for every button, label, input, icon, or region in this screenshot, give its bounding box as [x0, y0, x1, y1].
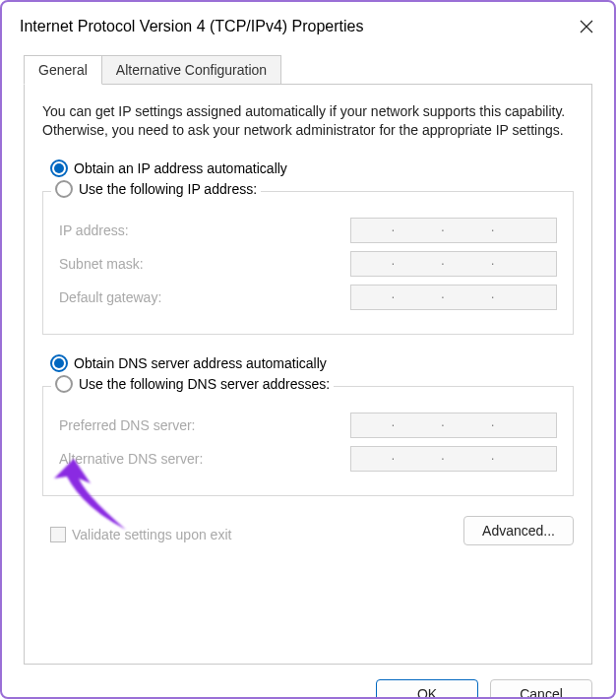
cancel-button[interactable]: Cancel [490, 679, 592, 699]
gateway-input[interactable]: . . . [350, 285, 557, 310]
preferred-dns-input[interactable]: . . . [350, 413, 557, 438]
gateway-label: Default gateway: [59, 289, 161, 305]
ip-address-input[interactable]: . . . [350, 218, 557, 243]
validate-checkbox[interactable] [50, 527, 66, 542]
dns-manual-label: Use the following DNS server addresses: [79, 376, 330, 392]
close-icon [580, 20, 593, 33]
alternative-dns-label: Alternative DNS server: [59, 451, 203, 467]
ok-button[interactable]: OK [376, 679, 478, 699]
preferred-dns-label: Preferred DNS server: [59, 417, 195, 433]
ip-manual-label: Use the following IP address: [79, 181, 257, 197]
ip-manual-radio[interactable] [55, 180, 73, 198]
advanced-button[interactable]: Advanced... [463, 516, 574, 545]
intro-text: You can get IP settings assigned automat… [42, 102, 574, 140]
ip-address-label: IP address: [59, 222, 129, 238]
subnet-label: Subnet mask: [59, 256, 144, 272]
close-button[interactable] [573, 13, 600, 40]
ip-auto-radio[interactable] [50, 159, 68, 177]
window-title: Internet Protocol Version 4 (TCP/IPv4) P… [20, 18, 363, 35]
dns-fieldset: Use the following DNS server addresses: … [42, 386, 574, 496]
ip-auto-label: Obtain an IP address automatically [74, 160, 287, 176]
alternative-dns-input[interactable]: . . . [350, 446, 557, 472]
general-panel: You can get IP settings assigned automat… [24, 84, 592, 665]
ip-fieldset: Use the following IP address: IP address… [42, 191, 574, 335]
dns-auto-label: Obtain DNS server address automatically [74, 355, 327, 371]
dns-manual-radio[interactable] [55, 375, 73, 393]
subnet-input[interactable]: . . . [350, 251, 557, 277]
validate-label: Validate settings upon exit [72, 527, 231, 542]
tab-general[interactable]: General [24, 55, 102, 85]
dns-auto-radio[interactable] [50, 354, 68, 372]
tab-alternative[interactable]: Alternative Configuration [102, 55, 281, 85]
